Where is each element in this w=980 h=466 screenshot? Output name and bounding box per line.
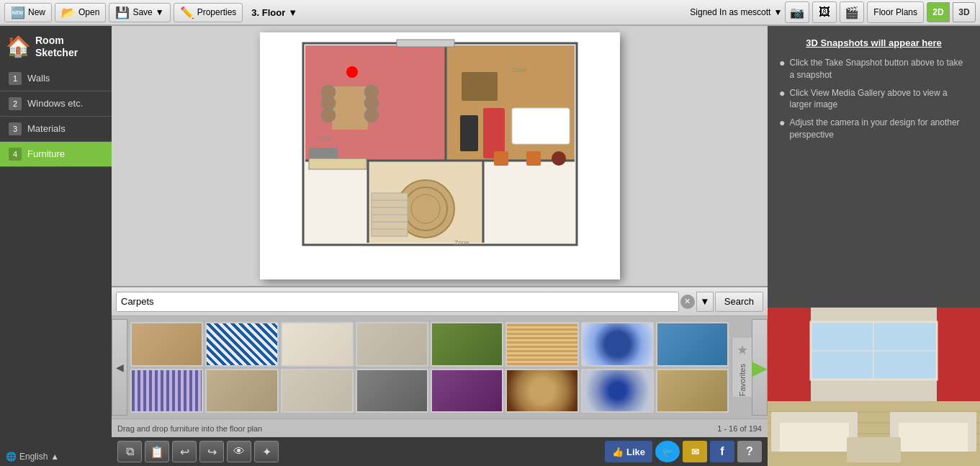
furniture-grid <box>127 319 732 416</box>
floor-plans-button[interactable]: Floor Plans <box>867 1 924 23</box>
paste-button[interactable]: 📋 <box>145 441 169 462</box>
sidebar-num-1: 1 <box>9 72 22 85</box>
sidebar-label-furniture: Furniture <box>27 148 65 159</box>
email-button[interactable]: ✉ <box>683 441 707 462</box>
svg-rect-45 <box>937 308 980 401</box>
carpet-item-15[interactable] <box>581 369 654 413</box>
svg-rect-35 <box>397 40 454 47</box>
sidebar-label-walls: Walls <box>27 73 50 84</box>
center-area: Zone Zone Zone ✕ ▼ Search <box>112 26 768 466</box>
svg-rect-21 <box>494 151 508 166</box>
svg-point-14 <box>364 108 379 122</box>
open-button[interactable]: 📂 Open <box>55 3 106 22</box>
undo-button[interactable]: ↩ <box>172 441 197 462</box>
logo-area: 🏠 Room Sketcher <box>0 32 112 66</box>
scroll-right-arrow[interactable]: ▶ <box>752 319 768 416</box>
carpet-item-8[interactable] <box>656 322 729 367</box>
right-panel: 3D Snapshots will appear here ● Click th… <box>768 26 980 466</box>
carpet-item-14[interactable] <box>505 369 578 413</box>
carpet-item-2[interactable] <box>205 322 278 367</box>
sidebar-item-windows[interactable]: 2 Windows etc. <box>0 91 112 117</box>
facebook-button[interactable]: f <box>710 441 734 462</box>
snapshot-info: 3D Snapshots will appear here ● Click th… <box>768 26 980 308</box>
pan-button[interactable]: 👁 <box>227 441 251 462</box>
svg-point-15 <box>346 66 358 78</box>
redo-button[interactable]: ↪ <box>199 441 224 462</box>
like-button[interactable]: 👍 Like <box>605 441 652 462</box>
carpet-item-5[interactable] <box>431 322 503 367</box>
sidebar-item-walls[interactable]: 1 Walls <box>0 66 112 91</box>
svg-rect-55 <box>771 412 858 423</box>
copy-button[interactable]: ⧉ <box>117 441 142 462</box>
svg-text:Zone: Zone <box>512 66 527 73</box>
favorites-panel[interactable]: ★ Favorites <box>732 338 752 396</box>
bullet-icon-1: ● <box>779 57 785 81</box>
view-3d-button[interactable]: 3D <box>953 2 976 22</box>
carpet-item-11[interactable] <box>281 369 354 413</box>
bullet-icon-3: ● <box>779 117 785 141</box>
svg-rect-16 <box>309 158 367 169</box>
search-input[interactable] <box>116 292 679 312</box>
new-button[interactable]: 🆕 New <box>4 3 52 22</box>
svg-point-23 <box>552 151 566 166</box>
status-text: Drag and drop furniture into the floor p… <box>117 424 262 433</box>
svg-rect-61 <box>968 412 976 452</box>
room-preview-image <box>768 308 980 466</box>
search-button[interactable]: Search <box>715 292 763 312</box>
twitter-button[interactable]: 🐦 <box>655 441 680 462</box>
carpet-item-4[interactable] <box>356 322 428 367</box>
action-bar: ⧉ 📋 ↩ ↪ 👁 ✦ 👍 Like 🐦 ✉ f <box>112 437 768 466</box>
scroll-left-arrow[interactable]: ◀ <box>112 319 127 416</box>
svg-rect-56 <box>771 412 780 452</box>
help-button[interactable]: ? <box>737 441 762 462</box>
carpet-item-3[interactable] <box>281 322 354 367</box>
svg-text:Zone: Zone <box>454 239 469 246</box>
snapshot-bullet-2: ● Click View Media Gallery above to view… <box>779 87 968 112</box>
floor-dropdown-icon: ▼ <box>288 7 297 18</box>
svg-text:Zone: Zone <box>318 135 333 142</box>
svg-rect-44 <box>768 308 811 401</box>
globe-icon: 🌐 <box>6 452 17 462</box>
svg-rect-62 <box>847 437 901 462</box>
carpet-item-12[interactable] <box>356 369 428 413</box>
floor-plan-canvas[interactable]: Zone Zone Zone <box>112 26 768 286</box>
carpet-item-10[interactable] <box>205 369 278 413</box>
floor-plan: Zone Zone Zone <box>260 32 620 279</box>
sidebar-label-materials: Materials <box>27 123 66 134</box>
bottom-panel: ✕ ▼ Search ◀ <box>112 286 768 437</box>
gallery-button[interactable]: 🖼 <box>812 1 837 23</box>
language-selector[interactable]: 🌐 English ▲ <box>0 447 112 466</box>
status-bar: Drag and drop furniture into the floor p… <box>112 418 768 437</box>
clear-search-button[interactable]: ✕ <box>680 295 695 309</box>
properties-icon: ✏️ <box>180 6 194 19</box>
sidebar-item-materials[interactable]: 3 Materials <box>0 117 112 142</box>
save-dropdown-icon: ▼ <box>156 7 164 17</box>
open-icon: 📂 <box>61 6 76 19</box>
sidebar-num-2: 2 <box>9 97 22 110</box>
carpet-item-9[interactable] <box>130 369 203 413</box>
media-button[interactable]: 🎬 <box>840 1 864 23</box>
magic-button[interactable]: ✦ <box>254 441 279 462</box>
sidebar-item-furniture[interactable]: 4 Furniture <box>0 142 112 167</box>
carpet-item-16[interactable] <box>656 369 729 413</box>
carpet-item-1[interactable] <box>130 322 203 367</box>
main-area: 🏠 Room Sketcher 1 Walls 2 Windows etc. 3… <box>0 26 980 466</box>
search-box: ✕ ▼ Search <box>116 292 763 312</box>
carpet-item-13[interactable] <box>431 369 503 413</box>
twitter-icon: 🐦 <box>662 447 673 457</box>
sidebar-num-4: 4 <box>9 148 22 161</box>
properties-button[interactable]: ✏️ Properties <box>174 3 243 22</box>
svg-rect-19 <box>483 108 505 158</box>
carpet-item-6[interactable] <box>505 322 578 367</box>
camera-button[interactable]: 📷 <box>785 1 809 23</box>
svg-rect-24 <box>460 115 478 151</box>
carpet-item-7[interactable] <box>581 322 654 367</box>
save-button[interactable]: 💾 Save ▼ <box>109 3 170 22</box>
favorites-star-icon: ★ <box>737 342 748 358</box>
view-2d-button[interactable]: 2D <box>927 2 950 22</box>
category-dropdown-button[interactable]: ▼ <box>696 292 714 312</box>
floor-selector[interactable]: 3. Floor ▼ <box>251 7 297 18</box>
bullet-icon-2: ● <box>779 87 785 112</box>
right-toolbar: 📷 🖼 🎬 Floor Plans 2D 3D <box>785 1 976 23</box>
left-sidebar: 🏠 Room Sketcher 1 Walls 2 Windows etc. 3… <box>0 26 112 466</box>
